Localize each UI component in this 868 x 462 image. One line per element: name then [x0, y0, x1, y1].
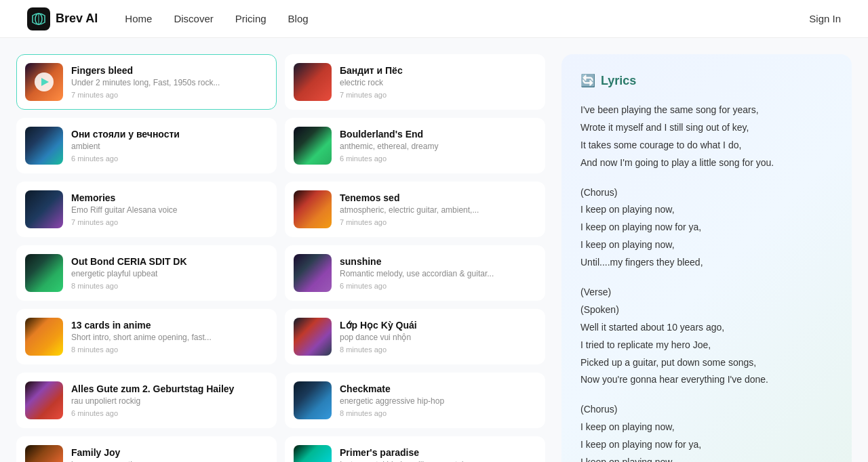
song-title: Memories [71, 192, 268, 203]
lyrics-line: Now you're gonna hear everything I've do… [580, 371, 833, 389]
song-time: 7 minutes ago [71, 218, 268, 226]
song-thumbnail [294, 445, 332, 462]
nav-discover[interactable]: Discover [174, 13, 213, 24]
song-card[interactable]: Бандит и Пёс electric rock 7 minutes ago [285, 54, 545, 110]
nav-home[interactable]: Home [125, 13, 152, 24]
lyrics-title: Lyrics [601, 74, 636, 88]
song-card[interactable]: Tenemos sed atmospheric, electric guitar… [285, 182, 545, 237]
lyrics-line: (Chorus) [580, 401, 833, 419]
song-thumbnail [294, 381, 332, 419]
song-info: Boulderland's End anthemic, ethereal, dr… [340, 129, 536, 163]
song-card[interactable]: Checkmate energetic aggressive hip-hop 8… [285, 373, 545, 428]
song-info: Out Bond CERIA SDIT DK energetic playful… [71, 256, 268, 290]
song-title: Primer's paradise [340, 447, 536, 458]
lyrics-line: I keep on playing now for ya, [580, 436, 833, 454]
song-title: Checkmate [340, 383, 536, 394]
song-title: Они стояли у вечности [71, 129, 268, 140]
song-card[interactable]: 13 cards in anime Short intro, short ani… [16, 309, 277, 364]
lyrics-line: I keep on playing now, [580, 236, 833, 254]
nav-blog[interactable]: Blog [288, 13, 309, 24]
logo-icon [27, 7, 50, 30]
song-card[interactable]: Memories Emo Riff guitar Alesana voice 7… [16, 182, 277, 237]
song-tags: ambient [71, 142, 268, 151]
lyrics-line: Picked up a guitar, put down some songs, [580, 354, 833, 372]
song-time: 6 minutes ago [340, 282, 536, 290]
lyrics-blank [580, 172, 833, 184]
navbar: Brev AI Home Discover Pricing Blog Sign … [0, 0, 868, 38]
song-thumbnail [25, 63, 63, 101]
lyrics-text: I've been playing the same song for year… [580, 102, 833, 462]
song-thumbnail [25, 190, 63, 228]
song-time: 7 minutes ago [340, 218, 536, 226]
lyrics-blank [580, 389, 833, 401]
song-thumbnail [294, 127, 332, 165]
lyrics-line: Until....my fingers they bleed, [580, 254, 833, 272]
play-triangle [41, 78, 49, 86]
song-card[interactable]: Они стояли у вечности ambient 6 minutes … [16, 118, 277, 173]
song-time: 7 minutes ago [340, 91, 536, 99]
song-thumbnail [25, 445, 63, 462]
lyrics-icon: 🔄 [580, 73, 595, 88]
song-card[interactable]: Lớp Học Kỳ Quái pop dance vui nhộn 8 min… [285, 309, 545, 364]
lyrics-line: I keep on playing now for ya, [580, 219, 833, 236]
song-info: Checkmate energetic aggressive hip-hop 8… [340, 383, 536, 417]
nav-links: Home Discover Pricing Blog [125, 13, 308, 25]
song-time: 6 minutes ago [340, 154, 536, 163]
lyrics-header: 🔄 Lyrics [580, 73, 833, 88]
song-card[interactable]: Family Joy happy, pop, synth 7 minutes a… [16, 436, 277, 462]
song-tags: Romantic melody, use accordian & guitar.… [340, 269, 536, 278]
song-tags: Under 2 minutes long, Fast, 1950s rock..… [71, 78, 268, 87]
song-title: Alles Gute zum 2. Geburtstag Hailey [71, 383, 268, 394]
logo[interactable]: Brev AI [27, 7, 98, 30]
song-title: Fingers bleed [71, 65, 268, 76]
song-tags: atmospheric, electric guitar, ambient,..… [340, 205, 536, 215]
song-thumbnail [294, 190, 332, 228]
play-overlay [25, 63, 63, 101]
song-time: 7 minutes ago [71, 91, 268, 99]
song-info: Tenemos sed atmospheric, electric guitar… [340, 192, 536, 226]
song-title: Бандит и Пёс [340, 65, 536, 76]
song-thumbnail [25, 381, 63, 419]
song-thumbnail [294, 254, 332, 292]
song-info: Бандит и Пёс electric rock 7 minutes ago [340, 65, 536, 99]
song-thumbnail [294, 318, 332, 356]
song-info: Lớp Học Kỳ Quái pop dance vui nhộn 8 min… [340, 320, 536, 354]
song-title: sunshine [340, 256, 536, 267]
song-tags: electric rock [340, 78, 536, 87]
nav-pricing[interactable]: Pricing [235, 13, 267, 24]
lyrics-line: Well it started about 10 years ago, [580, 319, 833, 337]
song-info: 13 cards in anime Short intro, short ani… [71, 320, 268, 354]
song-card[interactable]: Fingers bleed Under 2 minutes long, Fast… [16, 54, 277, 110]
song-time: 8 minutes ago [71, 282, 268, 290]
song-title: Family Joy [71, 447, 268, 458]
song-list: Fingers bleed Under 2 minutes long, Fast… [16, 54, 545, 462]
song-tags: energetic playful upbeat [71, 269, 268, 278]
main-container: Fingers bleed Under 2 minutes long, Fast… [0, 38, 868, 462]
lyrics-panel: 🔄 Lyrics I've been playing the same song… [561, 54, 852, 462]
song-tags: Short intro, short anime opening, fast..… [71, 333, 268, 342]
song-time: 8 minutes ago [340, 409, 536, 417]
song-info: Memories Emo Riff guitar Alesana voice 7… [71, 192, 268, 226]
song-info: Они стояли у вечности ambient 6 minutes … [71, 129, 268, 163]
song-thumbnail [25, 254, 63, 292]
song-time: 6 minutes ago [71, 154, 268, 163]
signin-button[interactable]: Sign In [809, 13, 841, 24]
lyrics-line: Wrote it myself and I still sing out of … [580, 119, 833, 137]
song-time: 8 minutes ago [340, 345, 536, 354]
song-card[interactable]: Out Bond CERIA SDIT DK energetic playful… [16, 245, 277, 301]
song-tags: anthemic, ethereal, dreamy [340, 142, 536, 151]
song-thumbnail [25, 127, 63, 165]
song-time: 8 minutes ago [71, 345, 268, 354]
logo-text: Brev AI [56, 12, 98, 26]
song-tags: energetic aggressive hip-hop [340, 396, 536, 406]
song-info: Family Joy happy, pop, synth 7 minutes a… [71, 447, 268, 462]
song-card[interactable]: Boulderland's End anthemic, ethereal, dr… [285, 118, 545, 173]
song-card[interactable]: sunshine Romantic melody, use accordian … [285, 245, 545, 301]
lyrics-line: I tried to replicate my hero Joe, [580, 337, 833, 354]
song-info: Fingers bleed Under 2 minutes long, Fast… [71, 65, 268, 99]
play-circle [35, 72, 54, 91]
song-card[interactable]: Primer's paradise Instrumental hip-hop, … [285, 436, 545, 462]
lyrics-line: I've been playing the same song for year… [580, 102, 833, 119]
song-title: Tenemos sed [340, 192, 536, 203]
song-card[interactable]: Alles Gute zum 2. Geburtstag Hailey rau … [16, 373, 277, 428]
